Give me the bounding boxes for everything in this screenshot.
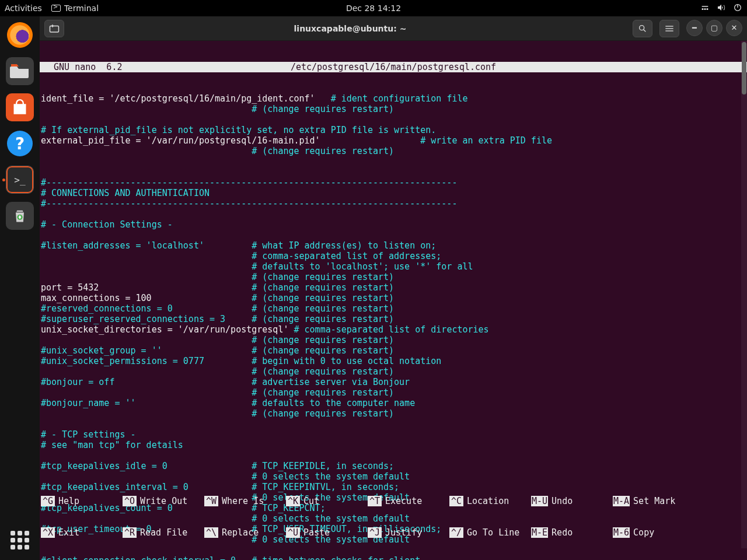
editor-line — [41, 156, 747, 167]
shortcut-label: Redo — [551, 527, 573, 538]
svg-point-6 — [640, 25, 644, 30]
editor-line: # (change requires restart) — [41, 146, 747, 156]
shortcut: M-ERedo — [531, 527, 613, 538]
shortcut-label: Where Is — [222, 496, 264, 506]
shortcut-key: ^J — [368, 527, 382, 538]
shortcut-key: ^U — [286, 527, 300, 538]
window-titlebar: linuxcapable@ubuntu: ~ ━ ▢ ✕ — [40, 16, 747, 41]
shortcut: ^WWhere Is — [204, 496, 286, 506]
scrollbar[interactable] — [741, 41, 747, 548]
dock-files[interactable] — [6, 57, 34, 85]
new-tab-icon — [49, 24, 60, 33]
nano-shortcuts: ^GHelp^OWrite Out^WWhere Is^KCut^TExecut… — [40, 475, 747, 560]
editor-line: # CONNECTIONS AND AUTHENTICATION — [41, 188, 747, 198]
editor-line: # (change requires restart) — [41, 104, 747, 114]
shortcut-label: Exit — [58, 527, 79, 538]
editor-line: port = 5432 # (change requires restart) — [41, 282, 747, 293]
dock-terminal[interactable]: >_ — [6, 166, 34, 194]
activities-button[interactable]: Activities — [5, 4, 42, 13]
shortcut: ^GHelp — [41, 496, 123, 506]
shortcut-label: Write Out — [140, 496, 187, 506]
shortcut-label: Copy — [633, 527, 654, 538]
editor-line: # (change requires restart) — [41, 335, 747, 345]
editor-line — [41, 450, 747, 461]
trash-icon — [12, 207, 28, 225]
svg-rect-3 — [50, 26, 59, 32]
shortcut: ^KCut — [286, 496, 368, 506]
active-app-label: Terminal — [64, 4, 99, 13]
shortcut-label: Undo — [551, 496, 573, 506]
editor-line: max_connections = 100 # (change requires… — [41, 293, 747, 303]
window-title: linuxcapable@ubuntu: ~ — [68, 24, 633, 33]
shortcut: ^\Replace — [204, 527, 286, 538]
shortcut: ^UPaste — [286, 527, 368, 538]
show-apps-button[interactable] — [8, 528, 32, 552]
editor-line: # (change requires restart) — [41, 387, 747, 398]
menu-button[interactable] — [659, 20, 679, 37]
shortcut-key: ^K — [286, 496, 300, 506]
shortcut-label: Replace — [222, 527, 259, 538]
shortcut: ^RRead File — [123, 527, 204, 538]
shortcut-key: M-6 — [613, 527, 630, 538]
shortcut-key: ^T — [368, 496, 382, 506]
editor-line: #---------------------------------------… — [41, 177, 747, 188]
minimize-button[interactable]: ━ — [686, 20, 703, 36]
power-icon[interactable] — [733, 3, 742, 14]
shopping-bag-icon — [12, 99, 28, 116]
terminal-window: linuxcapable@ubuntu: ~ ━ ▢ ✕ GNU nano 6.… — [40, 16, 747, 560]
editor-line: # (change requires restart) — [41, 366, 747, 377]
editor-line: #---------------------------------------… — [41, 198, 747, 209]
editor-line: unix_socket_directories = '/var/run/post… — [41, 324, 747, 335]
nano-editor[interactable]: GNU nano 6.2 /etc/postgresql/16/main/pos… — [40, 41, 747, 560]
volume-icon[interactable] — [717, 3, 726, 14]
shortcut: M-ASet Mark — [613, 496, 694, 506]
shortcut-key: ^/ — [449, 527, 463, 538]
active-app-indicator[interactable]: Terminal — [51, 4, 99, 13]
dock-trash[interactable] — [6, 202, 34, 230]
hamburger-icon — [665, 24, 674, 33]
dock: ? >_ — [0, 16, 40, 560]
search-button[interactable] — [633, 20, 652, 37]
shortcut-label: Go To Line — [467, 527, 519, 538]
shortcut-label: Justify — [385, 527, 422, 538]
shortcut: ^JJustify — [368, 527, 449, 538]
editor-line — [41, 209, 747, 219]
close-button[interactable]: ✕ — [726, 20, 742, 36]
terminal-prompt-icon: >_ — [14, 174, 25, 186]
running-indicator — [2, 178, 5, 181]
maximize-button[interactable]: ▢ — [706, 20, 722, 36]
shortcut-label: Location — [467, 496, 509, 506]
shortcut-key: ^\ — [204, 527, 218, 538]
editor-line: #unix_socket_group = '' # (change requir… — [41, 345, 747, 356]
shortcut-key: ^X — [41, 527, 55, 538]
dock-firefox[interactable] — [6, 21, 34, 49]
editor-line: #tcp_keepalives_idle = 0 # TCP_KEEPIDLE,… — [41, 461, 747, 471]
shortcut-key: ^G — [41, 496, 55, 506]
terminal-icon — [51, 5, 61, 12]
close-icon: ✕ — [731, 23, 738, 32]
new-tab-button[interactable] — [44, 20, 64, 37]
editor-line: # (change requires restart) — [41, 272, 747, 282]
editor-line: # defaults to 'localhost'; use '*' for a… — [41, 261, 747, 272]
shortcut-key: M-U — [531, 496, 548, 506]
clock[interactable]: Dec 28 14:12 — [346, 4, 401, 13]
editor-line: # comma-separated list of addresses; — [41, 251, 747, 261]
shortcut-label: Execute — [385, 496, 422, 506]
shortcut-label: Help — [58, 496, 79, 506]
shortcut: ^/Go To Line — [449, 527, 531, 538]
shortcut-label: Paste — [303, 527, 330, 538]
shortcut: ^OWrite Out — [123, 496, 204, 506]
shortcut-label: Set Mark — [633, 496, 675, 506]
editor-line: ident_file = '/etc/postgresql/16/main/pg… — [41, 93, 747, 104]
shortcut: ^TExecute — [368, 496, 449, 506]
scrollbar-thumb[interactable] — [742, 42, 746, 94]
maximize-icon: ▢ — [711, 23, 718, 32]
editor-line: external_pid_file = '/var/run/postgresql… — [41, 135, 747, 146]
shortcut: ^XExit — [41, 527, 123, 538]
shortcut-key: ^O — [123, 496, 137, 506]
dock-software[interactable] — [6, 93, 34, 121]
help-icon: ? — [7, 131, 33, 156]
dock-help[interactable]: ? — [6, 130, 34, 158]
network-icon[interactable] — [700, 3, 710, 14]
editor-line — [41, 230, 747, 240]
